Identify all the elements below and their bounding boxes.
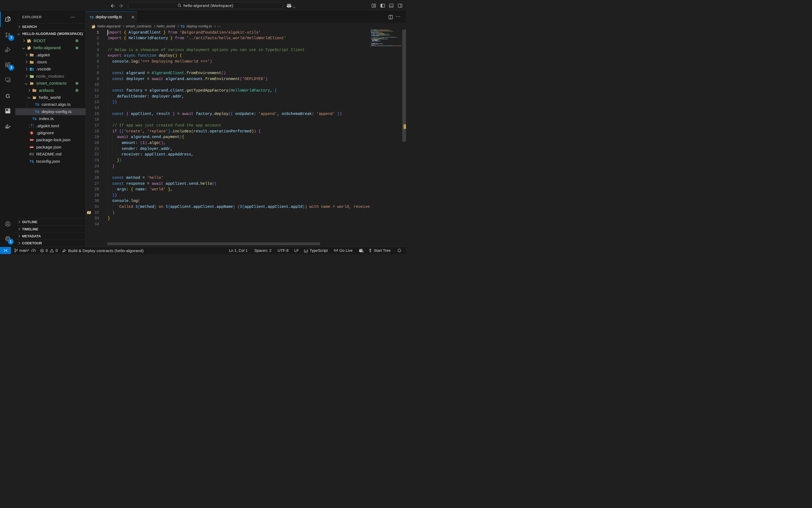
svg-text:}: } [306,249,308,253]
